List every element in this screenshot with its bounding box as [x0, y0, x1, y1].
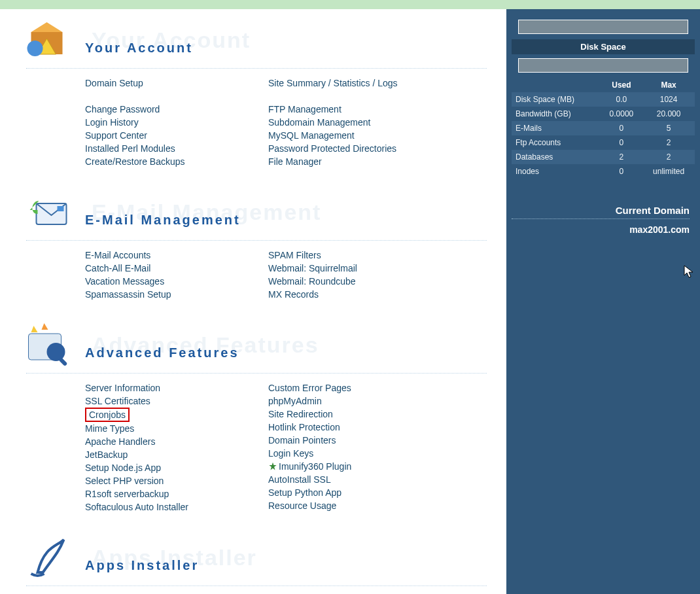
- stats-table: Used Max Disk Space (MB)0.01024Bandwidth…: [512, 78, 695, 179]
- title-apps: Apps Installer: [85, 558, 199, 573]
- link-cronjobs[interactable]: Cronjobs: [85, 408, 268, 422]
- advanced-icon: [23, 321, 79, 370]
- link-spamassassin-setup[interactable]: Spamassassin Setup: [85, 288, 268, 301]
- link-site-redirection[interactable]: Site Redirection: [268, 408, 451, 421]
- stats-row-e-mails: E-Mails05: [512, 121, 695, 135]
- link-domain-pointers[interactable]: Domain Pointers: [268, 434, 451, 447]
- link-mx-records[interactable]: MX Records: [268, 288, 451, 301]
- link-r1soft-serverbackup[interactable]: R1soft serverbackup: [85, 487, 268, 500]
- stats-name: Inodes: [512, 164, 601, 179]
- sidebar: Disk Space Used Max Disk Space (MB)0.010…: [506, 9, 700, 594]
- link-subdomain-management[interactable]: Subdomain Management: [268, 116, 451, 129]
- link-file-manager[interactable]: File Manager: [268, 155, 451, 168]
- title-account: Your Account: [85, 41, 193, 56]
- section-head-advanced: Advanced Features Advanced Features: [26, 321, 487, 374]
- apps-icon: [23, 533, 79, 582]
- blank-row: [85, 90, 268, 103]
- stats-body: Disk Space (MB)0.01024Bandwidth (GB)0.00…: [512, 92, 695, 179]
- stats-used: 0: [601, 135, 643, 150]
- stats-name: Databases: [512, 150, 601, 164]
- link-mysql-management[interactable]: MySQL Management: [268, 129, 451, 142]
- stats-max: 2: [642, 135, 695, 150]
- link-password-protected-directories[interactable]: Password Protected Directories: [268, 142, 451, 155]
- current-domain-block: Current Domain max2001.com: [512, 205, 695, 235]
- link-softaculous-auto-installer[interactable]: Softaculous Auto Installer: [85, 500, 268, 514]
- account-left-col: Domain SetupChange PasswordLogin History…: [85, 77, 268, 168]
- disk-space-heading: Disk Space: [512, 39, 695, 54]
- email-right-col: SPAM FiltersWebmail: SquirrelmailWebmail…: [268, 249, 451, 301]
- link-ssl-certificates[interactable]: SSL Certificates: [85, 394, 268, 408]
- stats-row-bandwidth-gb-: Bandwidth (GB)0.000020.000: [512, 107, 695, 121]
- stats-row-disk-space-mb-: Disk Space (MB)0.01024: [512, 92, 695, 107]
- link-server-information[interactable]: Server Information: [85, 381, 268, 394]
- svg-point-3: [27, 41, 43, 56]
- link-hotlink-protection[interactable]: Hotlink Protection: [268, 421, 451, 434]
- link-phpmyadmin[interactable]: phpMyAdmin: [268, 394, 451, 408]
- link-select-php-version[interactable]: Select PHP version: [85, 474, 268, 487]
- link-resource-usage[interactable]: Resource Usage: [268, 499, 451, 512]
- page-body: Your Account Your Account Domain SetupCh…: [0, 9, 700, 594]
- link-domain-setup[interactable]: Domain Setup: [85, 77, 268, 90]
- link-setup-node-js-app[interactable]: Setup Node.js App: [85, 461, 268, 474]
- link-vacation-messages[interactable]: Vacation Messages: [85, 275, 268, 288]
- link-spam-filters[interactable]: SPAM Filters: [268, 249, 451, 262]
- svg-point-7: [47, 343, 65, 361]
- svg-rect-8: [58, 357, 67, 366]
- imunify-icon: [268, 462, 277, 471]
- link-jetbackup[interactable]: JetBackup: [85, 448, 268, 461]
- link-site-summary-statistics-logs[interactable]: Site Summary / Statistics / Logs: [268, 77, 451, 90]
- link-catch-all-e-mail[interactable]: Catch-All E-Mail: [85, 262, 268, 275]
- stats-name: Disk Space (MB): [512, 92, 601, 107]
- link-support-center[interactable]: Support Center: [85, 129, 268, 142]
- top-green-bar: [0, 0, 700, 9]
- stats-used: 0: [601, 164, 643, 179]
- link-installed-perl-modules[interactable]: Installed Perl Modules: [85, 142, 268, 155]
- stats-header-used: Used: [601, 78, 643, 92]
- stats-used: 0: [601, 121, 643, 135]
- email-icon: [23, 188, 79, 237]
- stats-row-inodes: Inodes0unlimited: [512, 164, 695, 179]
- link-webmail-squirrelmail[interactable]: Webmail: Squirrelmail: [268, 262, 451, 275]
- links-email: E-Mail AccountsCatch-All E-MailVacation …: [85, 249, 487, 301]
- section-head-account: Your Account Your Account: [26, 16, 487, 69]
- link-custom-error-pages[interactable]: Custom Error Pages: [268, 381, 451, 394]
- links-advanced: Server InformationSSL CertificatesCronjo…: [85, 381, 487, 514]
- title-advanced: Advanced Features: [85, 345, 239, 360]
- link-autoinstall-ssl[interactable]: AutoInstall SSL: [268, 473, 451, 486]
- stats-row-databases: Databases22: [512, 150, 695, 164]
- title-email: E-Mail Management: [85, 213, 241, 228]
- links-account: Domain SetupChange PasswordLogin History…: [85, 77, 487, 168]
- blank-row: [268, 90, 451, 103]
- stats-name: Ftp Accounts: [512, 135, 601, 150]
- advanced-right-col: Custom Error PagesphpMyAdminSite Redirec…: [268, 381, 451, 514]
- stats-max: 5: [642, 121, 695, 135]
- link-apache-handlers[interactable]: Apache Handlers: [85, 435, 268, 448]
- svg-marker-10: [42, 323, 48, 330]
- link-imunify360-plugin[interactable]: Imunify360 Plugin: [268, 460, 451, 473]
- account-icon: [23, 16, 79, 65]
- stats-name: Bandwidth (GB): [512, 107, 601, 121]
- link-mime-types[interactable]: Mime Types: [85, 422, 268, 435]
- stats-max: 1024: [642, 92, 695, 107]
- section-email: E-Mail Management E-Mail Management E-Ma…: [26, 188, 487, 301]
- section-head-email: E-Mail Management E-Mail Management: [26, 188, 487, 241]
- stats-used: 2: [601, 150, 643, 164]
- link-e-mail-accounts[interactable]: E-Mail Accounts: [85, 249, 268, 262]
- section-your-account: Your Account Your Account Domain SetupCh…: [26, 16, 487, 168]
- disk-space-bar: [518, 58, 688, 73]
- section-head-apps: Apps Installer Apps Installer: [26, 533, 487, 586]
- svg-marker-11: [269, 463, 276, 470]
- link-webmail-roundcube[interactable]: Webmail: Roundcube: [268, 275, 451, 288]
- current-domain-value: max2001.com: [512, 224, 690, 235]
- current-domain-label: Current Domain: [512, 205, 690, 216]
- link-change-password[interactable]: Change Password: [85, 103, 268, 116]
- link-login-history[interactable]: Login History: [85, 116, 268, 129]
- link-create-restore-backups[interactable]: Create/Restore Backups: [85, 155, 268, 168]
- stats-used: 0.0: [601, 92, 643, 107]
- stats-max: 20.000: [642, 107, 695, 121]
- email-left-col: E-Mail AccountsCatch-All E-MailVacation …: [85, 249, 268, 301]
- section-apps: Apps Installer Apps Installer Scripts:: [26, 533, 487, 594]
- link-login-keys[interactable]: Login Keys: [268, 447, 451, 460]
- link-ftp-management[interactable]: FTP Management: [268, 103, 451, 116]
- link-setup-python-app[interactable]: Setup Python App: [268, 486, 451, 499]
